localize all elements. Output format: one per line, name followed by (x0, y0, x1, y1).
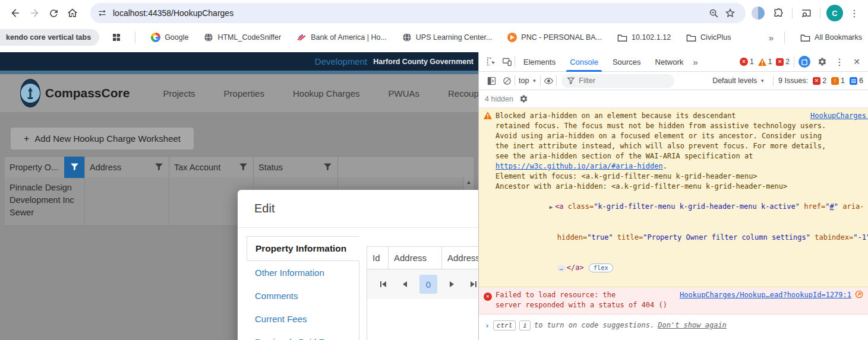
console-prompt[interactable]: › ctrl i to turn on code suggestions. Do… (479, 314, 868, 331)
bookmark-bank-of-america[interactable]: Bank of America | Ho... (296, 33, 387, 42)
extensions-puzzle-icon[interactable] (771, 5, 786, 21)
bookmark-folder-civicplus[interactable]: CivicPlus (686, 33, 731, 42)
expand-node-icon[interactable]: ▶ (550, 204, 553, 210)
device-toolbar-icon[interactable] (499, 54, 515, 69)
ai-assistant-icon[interactable] (798, 56, 810, 68)
url-text[interactable]: localhost:44358/HookupCharges (113, 8, 233, 18)
tab-search-icon[interactable] (798, 5, 814, 21)
filter-icon-active[interactable] (64, 157, 84, 178)
column-header-empty (338, 157, 474, 177)
settings-gear-icon[interactable] (815, 54, 830, 69)
profile-avatar[interactable]: C (826, 5, 843, 21)
live-expression-eye-icon[interactable] (541, 73, 556, 88)
apps-grid-icon[interactable] (109, 30, 124, 45)
filter-input[interactable] (579, 77, 644, 85)
console-filter-box[interactable] (561, 74, 674, 88)
tab-property-information[interactable]: Property Information (247, 236, 359, 261)
pager-prev-icon[interactable] (398, 278, 411, 291)
address-bar[interactable]: localhost:44358/HookupCharges (90, 3, 746, 23)
pager-next-icon[interactable] (446, 278, 459, 291)
issues-breaking[interactable]: ! 1 (831, 77, 845, 85)
bookmark-folder-ip[interactable]: 10.102.1.12 (617, 33, 671, 42)
close-devtools-icon[interactable]: ✕ (849, 54, 864, 69)
devtools-tab-sources[interactable]: Sources (607, 52, 647, 72)
column-header-address-dire[interactable]: Address Dire (442, 247, 478, 269)
devtools-menu-icon[interactable]: ⋮ (834, 56, 845, 68)
county-seal-logo[interactable] (20, 79, 40, 107)
forward-icon[interactable] (25, 4, 44, 23)
expand-children-icon[interactable]: … (557, 265, 566, 272)
console-sidebar-icon[interactable] (484, 73, 499, 88)
bookmark-google[interactable]: Google (151, 33, 188, 42)
site-info-icon[interactable] (97, 8, 107, 18)
bookmark-ups-learning[interactable]: UPS Learning Center... (402, 33, 493, 42)
filter-icon[interactable] (324, 163, 332, 171)
issues-count-badge[interactable]: ✕ 2 (776, 58, 790, 66)
bookmark-codesniffer[interactable]: HTML_CodeSniffer (204, 33, 281, 42)
brand-name[interactable]: CompassCore (45, 86, 130, 100)
pager-last-icon[interactable] (467, 278, 478, 291)
warning-icon (484, 111, 495, 283)
log-levels-selector[interactable]: Default levels ▼ (712, 77, 765, 85)
filter-settings-gear-icon[interactable] (519, 94, 528, 103)
open-issue-icon[interactable] (855, 290, 863, 300)
nav-item-pwuas[interactable]: PWUAs (389, 88, 420, 98)
issues-page-errors[interactable]: ✕ 2 (813, 77, 826, 85)
filter-icon[interactable] (239, 163, 247, 171)
devtools-tab-network[interactable]: Network (649, 52, 690, 72)
home-icon[interactable] (63, 4, 82, 23)
inspect-element-icon[interactable] (484, 54, 499, 69)
more-tabs-icon[interactable]: » (693, 57, 697, 67)
error-text: Failed to load resource: the (495, 290, 616, 300)
devtools-tab-console[interactable]: Console (564, 52, 604, 72)
ancestor-line: Ancestor with aria-hidden: <a.k-grid-fil… (495, 182, 868, 192)
column-header-property-owner[interactable]: Property O... (5, 157, 85, 177)
browser-menu-icon[interactable]: ⋮ (849, 8, 860, 19)
nav-item-hookup-charges[interactable]: Hookup Charges (293, 88, 360, 98)
tab-current-fees[interactable]: Current Fees (247, 307, 359, 331)
google-favicon (151, 33, 160, 42)
all-bookmarks[interactable]: All Bookmarks (800, 33, 862, 42)
flex-badge[interactable]: flex (589, 263, 613, 272)
bookmark-pnc[interactable]: PNC - PERSONAL BA... (507, 33, 602, 42)
dont-show-again-link[interactable]: Don't show again (658, 320, 727, 331)
column-header-tax-account[interactable]: Tax Account (169, 157, 254, 177)
hidden-count[interactable]: 4 hidden (485, 95, 513, 103)
column-header-address[interactable]: Address (389, 247, 442, 269)
aria-spec-link[interactable]: https://w3c.github.io/aria/#aria-hidden (495, 162, 663, 170)
source-location-link[interactable]: HookupCharges:1 (810, 111, 868, 121)
nav-item-properties[interactable]: Properties (224, 88, 264, 98)
devtools-panel: Elements Console Sources Network » ✕ 1 1… (478, 52, 868, 340)
devtools-tab-elements[interactable]: Elements (517, 52, 561, 72)
tab-other-information[interactable]: Other Information (247, 261, 359, 284)
filter-icon[interactable] (155, 163, 163, 171)
error-count-badge[interactable]: ✕ 1 (740, 58, 754, 66)
nav-item-projects[interactable]: Projects (163, 88, 195, 98)
pager-first-icon[interactable] (377, 278, 390, 291)
issues-improvements[interactable]: ▤ 6 (850, 77, 863, 85)
scroll-up-icon[interactable]: ▲ (464, 177, 474, 185)
divider (556, 75, 557, 86)
clear-console-icon[interactable] (499, 73, 515, 88)
pager-current-page[interactable]: 0 (419, 275, 437, 294)
bookmark-star-icon[interactable] (722, 5, 738, 21)
back-icon[interactable] (6, 4, 25, 23)
column-header-id[interactable]: Id (367, 247, 389, 269)
tab-previously-paid-fees[interactable]: Previously Paid Fees (247, 331, 359, 340)
tab-group-chip[interactable]: kendo core vertical tabs (0, 29, 99, 46)
failed-request-link[interactable]: HookupCharges/Hookup…ead?hookupId=1279:1 (680, 290, 851, 300)
href-link[interactable]: # (830, 202, 834, 211)
add-worksheet-button[interactable]: + Add New Hookup Charge Worksheet (11, 128, 194, 150)
grid-header-row: Property O... Address Tax Account (5, 156, 474, 177)
extension-badge-icon[interactable] (752, 7, 765, 20)
bookmarks-overflow-icon[interactable]: » (769, 33, 774, 43)
warning-count-badge[interactable]: 1 (758, 58, 772, 66)
divider (784, 31, 785, 43)
column-header-address[interactable]: Address (85, 157, 169, 177)
column-header-status[interactable]: Status (254, 157, 338, 177)
nav-item-recoupments[interactable]: Recoupments and Surcharges (448, 88, 478, 98)
reload-icon[interactable] (44, 4, 63, 23)
context-selector[interactable]: top ▼ (519, 77, 536, 85)
tab-comments[interactable]: Comments (247, 284, 359, 307)
zoom-icon[interactable] (705, 5, 722, 21)
